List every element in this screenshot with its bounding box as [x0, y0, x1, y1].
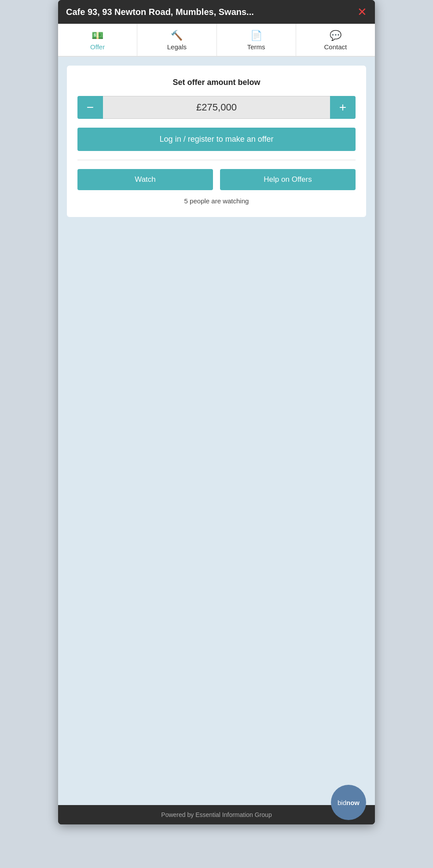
- tab-legals-label: Legals: [167, 43, 187, 51]
- offer-icon: 💵: [92, 30, 103, 41]
- tab-legals[interactable]: 🔨 Legals: [137, 24, 216, 56]
- action-row: Watch Help on Offers: [77, 169, 356, 190]
- terms-icon: 📄: [250, 30, 262, 41]
- increment-button[interactable]: +: [330, 96, 356, 119]
- modal-title: Cafe 93, 93 Newton Road, Mumbles, Swans.…: [66, 7, 254, 17]
- tab-offer[interactable]: 💵 Offer: [58, 24, 137, 56]
- offer-amount-row: − £275,000 +: [77, 96, 356, 119]
- tab-terms[interactable]: 📄 Terms: [217, 24, 296, 56]
- watch-button[interactable]: Watch: [77, 169, 213, 190]
- close-button[interactable]: ✕: [357, 6, 367, 18]
- offer-amount-display: £275,000: [103, 96, 330, 119]
- help-on-offers-button[interactable]: Help on Offers: [220, 169, 356, 190]
- bidnow-label: bidnow: [338, 799, 360, 806]
- login-register-button[interactable]: Log in / register to make an offer: [77, 128, 356, 151]
- tab-bar: 💵 Offer 🔨 Legals 📄 Terms 💬 Contact: [58, 24, 375, 57]
- offer-card-title: Set offer amount below: [77, 78, 356, 87]
- modal-body: Set offer amount below − £275,000 + Log …: [58, 57, 375, 805]
- tab-contact-label: Contact: [324, 43, 347, 51]
- tab-offer-label: Offer: [90, 43, 105, 51]
- tab-contact[interactable]: 💬 Contact: [296, 24, 375, 56]
- modal-footer: Powered by Essential Information Group b…: [58, 805, 375, 824]
- contact-icon: 💬: [330, 30, 341, 41]
- divider: [77, 160, 356, 160]
- bidnow-badge[interactable]: bidnow: [331, 785, 366, 820]
- powered-by-text: Powered by Essential Information Group: [161, 811, 272, 818]
- legals-icon: 🔨: [171, 30, 183, 41]
- modal-header: Cafe 93, 93 Newton Road, Mumbles, Swans.…: [58, 0, 375, 24]
- tab-terms-label: Terms: [247, 43, 265, 51]
- offer-card: Set offer amount below − £275,000 + Log …: [67, 66, 366, 217]
- watchers-count: 5 people are watching: [77, 197, 356, 205]
- decrement-button[interactable]: −: [77, 96, 103, 119]
- modal-dialog: Cafe 93, 93 Newton Road, Mumbles, Swans.…: [58, 0, 375, 824]
